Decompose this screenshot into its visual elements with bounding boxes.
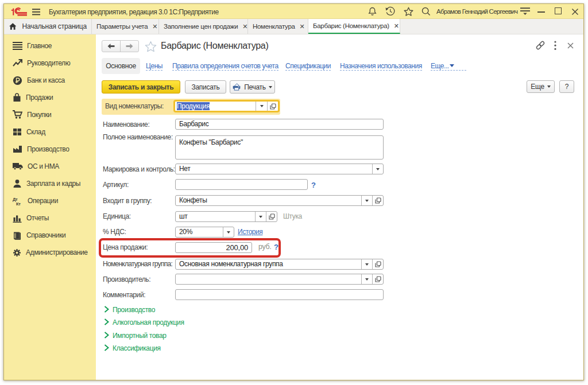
svg-text:Кт: Кт bbox=[16, 201, 21, 206]
